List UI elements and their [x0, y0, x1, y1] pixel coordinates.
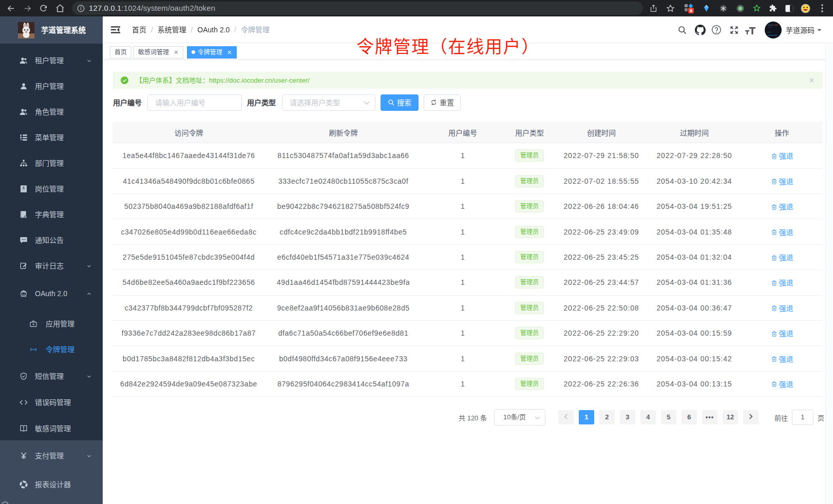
svg-text:9: 9: [689, 8, 692, 13]
